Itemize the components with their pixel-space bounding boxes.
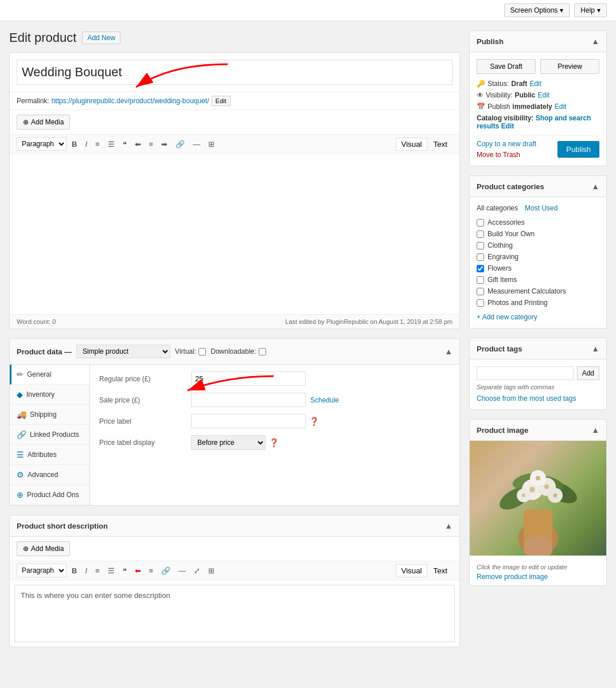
short-desc-italic-button[interactable]: I <box>82 565 90 577</box>
add-tag-button[interactable]: Add <box>577 366 599 380</box>
add-media-button[interactable]: ⊕ Add Media <box>17 115 70 130</box>
copy-draft-link[interactable]: Copy to a new draft <box>477 140 536 148</box>
save-draft-button[interactable]: Save Draft <box>477 59 536 74</box>
image-collapse-button[interactable]: ▲ <box>591 425 599 435</box>
price-label-input[interactable] <box>191 414 306 428</box>
align-right-button[interactable]: ➡ <box>158 138 170 150</box>
price-display-help-icon[interactable]: ❓ <box>269 438 279 447</box>
short-desc-hr-button[interactable]: — <box>176 565 189 577</box>
list-item: Build Your Own <box>477 228 599 240</box>
publish-actions: Save Draft Preview <box>477 59 599 74</box>
short-desc-ol-button[interactable]: ☰ <box>105 565 118 577</box>
category-checkbox-gift-items[interactable] <box>477 276 484 284</box>
category-checkbox-measurement[interactable] <box>477 288 484 295</box>
short-desc-add-media-button[interactable]: ⊕ Add Media <box>17 541 70 556</box>
move-trash-link[interactable]: Move to Trash <box>477 151 520 159</box>
publish-button[interactable]: Publish <box>557 141 599 158</box>
short-description-collapse-button[interactable]: ▲ <box>445 521 453 530</box>
publish-footer-left: Copy to a new draft Move to Trash <box>477 140 536 159</box>
permalink-edit-button[interactable]: Edit <box>212 96 231 106</box>
short-desc-table-button[interactable]: ⊞ <box>205 565 217 577</box>
product-title-input[interactable] <box>17 60 453 85</box>
preview-button[interactable]: Preview <box>540 59 599 74</box>
visibility-edit-link[interactable]: Edit <box>537 91 549 99</box>
short-desc-editor[interactable]: This is where you can enter some descrip… <box>14 585 455 642</box>
sale-price-input[interactable] <box>191 393 306 407</box>
add-category-link[interactable]: + Add new category <box>477 313 599 321</box>
permalink-link[interactable]: https://pluginrepublic.dev/product/weddi… <box>52 97 209 105</box>
short-desc-text-button[interactable]: Text <box>428 564 453 577</box>
editor-content-area[interactable] <box>10 154 459 314</box>
hr-button[interactable]: — <box>190 138 203 150</box>
short-desc-align-left-button[interactable]: ⬅ <box>132 565 144 577</box>
tab-inventory[interactable]: ◆ Inventory <box>10 385 89 405</box>
product-data-collapse-button[interactable]: ▲ <box>445 347 453 356</box>
svg-point-15 <box>536 476 540 480</box>
most-used-tab[interactable]: Most Used <box>525 204 557 212</box>
category-checkbox-engraving[interactable] <box>477 253 484 261</box>
category-checkbox-build-your-own[interactable] <box>477 230 484 238</box>
category-checkbox-clothing[interactable] <box>477 242 484 249</box>
align-center-button[interactable]: ≡ <box>146 138 157 150</box>
blockquote-button[interactable]: ❝ <box>120 138 130 150</box>
regular-price-input[interactable] <box>191 372 306 386</box>
short-desc-blockquote-button[interactable]: ❝ <box>120 565 130 577</box>
align-left-button[interactable]: ⬅ <box>132 138 144 150</box>
tags-panel-title: Product tags <box>477 345 522 353</box>
remove-image-link[interactable]: Remove product image <box>477 573 599 581</box>
visual-button[interactable]: Visual <box>396 138 427 151</box>
short-desc-link-button[interactable]: 🔗 <box>158 565 173 577</box>
categories-collapse-button[interactable]: ▲ <box>591 182 599 191</box>
price-label-help-icon[interactable]: ❓ <box>309 417 319 426</box>
choose-from-used-tags-link[interactable]: Choose from the most used tags <box>477 394 576 402</box>
tab-advanced[interactable]: ⚙ Advanced <box>10 465 89 485</box>
downloadable-checkbox[interactable] <box>259 348 266 355</box>
publish-visibility-row: 👁 Visibility: Public Edit <box>477 91 599 99</box>
short-desc-expand-button[interactable]: ⤢ <box>191 565 203 577</box>
short-desc-paragraph-select[interactable]: Paragraph <box>17 564 67 577</box>
product-type-select[interactable]: Simple product Grouped product External/… <box>76 345 170 358</box>
svg-rect-19 <box>527 538 549 556</box>
text-button[interactable]: Text <box>428 138 453 151</box>
category-checkbox-photos[interactable] <box>477 299 484 307</box>
bold-button[interactable]: B <box>69 138 80 150</box>
tab-linked-products[interactable]: 🔗 Linked Products <box>10 425 89 445</box>
link-button[interactable]: 🔗 <box>173 138 188 150</box>
short-description-title: Product short description <box>17 522 108 530</box>
short-desc-align-center-button[interactable]: ≡ <box>146 565 157 577</box>
tab-general[interactable]: ✏ General <box>10 365 89 385</box>
publish-time-edit-link[interactable]: Edit <box>555 103 567 111</box>
all-categories-tab[interactable]: All categories <box>477 204 518 212</box>
tags-input[interactable] <box>477 366 574 380</box>
schedule-link[interactable]: Schedule <box>310 396 339 404</box>
tab-product-add-ons[interactable]: ⊕ Product Add Ons <box>10 485 89 505</box>
status-edit-link[interactable]: Edit <box>529 80 541 88</box>
publish-collapse-button[interactable]: ▲ <box>591 37 599 46</box>
category-checkbox-accessories[interactable] <box>477 219 484 226</box>
tab-shipping[interactable]: 🚚 Shipping <box>10 405 89 425</box>
tags-collapse-button[interactable]: ▲ <box>591 344 599 353</box>
unordered-list-button[interactable]: ≡ <box>92 138 103 150</box>
virtual-checkbox[interactable] <box>198 348 206 355</box>
add-new-button[interactable]: Add New <box>82 32 120 44</box>
paragraph-select[interactable]: Paragraph <box>17 137 67 151</box>
ordered-list-button[interactable]: ☰ <box>105 138 118 150</box>
help-label: Help <box>580 6 595 14</box>
category-label-clothing: Clothing <box>488 241 513 249</box>
short-desc-ul-button[interactable]: ≡ <box>92 565 103 577</box>
product-image-placeholder[interactable] <box>470 441 606 556</box>
top-bar: Screen Options ▾ Help ▾ <box>0 0 616 21</box>
product-data-header: Product data — Simple product Grouped pr… <box>10 339 459 365</box>
short-desc-bold-button[interactable]: B <box>69 565 80 577</box>
tab-attributes[interactable]: ☰ Attributes <box>10 445 89 465</box>
table-button[interactable]: ⊞ <box>205 138 217 150</box>
product-categories-panel: Product categories ▲ All categories Most… <box>469 175 607 329</box>
category-checkbox-flowers[interactable] <box>477 265 484 272</box>
price-display-select[interactable]: Before price After price Instead of pric… <box>191 435 266 450</box>
italic-button[interactable]: I <box>82 138 90 150</box>
catalog-visibility-edit-link[interactable]: Edit <box>501 122 514 130</box>
help-button[interactable]: Help ▾ <box>574 3 607 17</box>
screen-options-button[interactable]: Screen Options ▾ <box>504 3 570 17</box>
short-desc-visual-button[interactable]: Visual <box>396 564 427 577</box>
short-desc-toolbar: ⊕ Add Media <box>10 537 459 561</box>
